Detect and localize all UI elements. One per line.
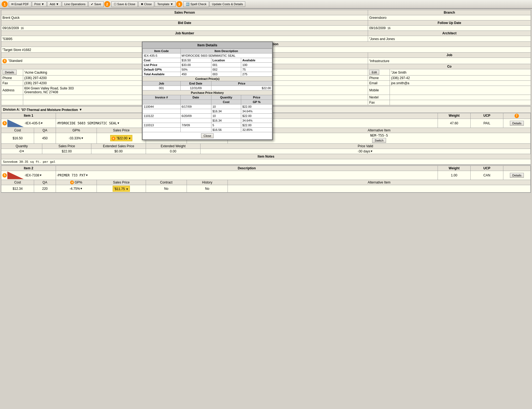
job-number-value[interactable]: r53895 bbox=[1, 36, 368, 42]
popup-ph-row2-qty: 10 bbox=[211, 114, 241, 118]
badge-3: 3 bbox=[176, 1, 182, 7]
email-label: Email bbox=[368, 80, 390, 86]
division-dropdown-icon[interactable]: ▼ bbox=[79, 108, 82, 112]
badge-2: 2 bbox=[104, 1, 110, 7]
contact-header: Co bbox=[368, 64, 531, 69]
popup-close-button[interactable]: Close bbox=[201, 133, 214, 138]
item1-price-valid[interactable]: r30 days ▼ bbox=[201, 149, 531, 154]
item2-cost: $12.34 bbox=[1, 185, 34, 192]
item2-section: Item 2 Description Weight UCP 5 rIEX-733… bbox=[1, 166, 531, 193]
popup-loc-002: 002 bbox=[211, 67, 241, 72]
gp-dropdown[interactable]: ▼ bbox=[81, 137, 83, 140]
popup-cp-price: $22.00 bbox=[211, 86, 272, 91]
popup-ph-row3-invoice: 110313 bbox=[143, 123, 181, 128]
qa-header: QA bbox=[34, 128, 56, 133]
item1-sales-price[interactable]: 6 r$22.00 ▼ bbox=[97, 133, 146, 143]
contact-nextel-value bbox=[390, 95, 531, 100]
contact-fax-value bbox=[390, 100, 531, 105]
item2-code-dropdown[interactable]: ▼ bbox=[39, 174, 42, 177]
mobile-label: Mobile bbox=[368, 86, 390, 95]
item2-weight-header: Weight bbox=[438, 166, 471, 171]
spell-check-button[interactable]: 🔤 Spell Check bbox=[183, 1, 209, 7]
save-button[interactable]: ✔ Save bbox=[88, 1, 103, 7]
qty-sales-price-header: Sales Price bbox=[42, 144, 91, 149]
badge-1: 1 bbox=[2, 1, 8, 7]
popup-total-avail-label: Total Available bbox=[143, 72, 181, 77]
item2-details-button[interactable]: Details bbox=[510, 173, 524, 178]
popup-table: Item Code Item Description IEX-435-5 MYD… bbox=[142, 49, 272, 140]
address-label: Address bbox=[1, 86, 23, 95]
popup-ph-row2-date-b bbox=[180, 118, 211, 123]
contact-edit-button[interactable]: Edit bbox=[369, 70, 379, 75]
popup-cost-label: Cost bbox=[143, 58, 181, 63]
popup-avail-002: 75 bbox=[241, 67, 272, 72]
price-valid-dropdown[interactable]: ▼ bbox=[370, 150, 373, 153]
item1-details-cell: Details bbox=[503, 119, 531, 128]
item1-gp[interactable]: r33.33% ▼ bbox=[56, 133, 97, 143]
item1-quantity[interactable]: r0 ▼ bbox=[1, 149, 42, 154]
popup-ph-row3-invoice-b bbox=[143, 128, 181, 132]
item1-code-cell[interactable]: 5 rIEX-435-5 ▼ bbox=[1, 119, 56, 128]
item2-price-dropdown[interactable]: ▼ bbox=[126, 188, 128, 191]
line-operations-button[interactable]: Line Operations bbox=[62, 1, 88, 7]
item-details-popup: Item Details Item Code Item Description … bbox=[142, 41, 273, 140]
sales-person-header: Sales Person bbox=[1, 10, 368, 15]
popup-list-price-value: $33.00 bbox=[180, 63, 211, 67]
bid-date-value[interactable]: 09/16/2009 16 bbox=[1, 26, 368, 31]
update-costs-button[interactable]: Update Costs & Details bbox=[210, 1, 246, 7]
popup-ph-row2-cost: $16.34 bbox=[211, 118, 241, 123]
popup-avail-003: 275 bbox=[241, 72, 272, 77]
edit-btn-cell: Edit bbox=[368, 69, 390, 75]
item2-sales-price[interactable]: r$11.75 ▼ bbox=[97, 185, 146, 192]
item1-code-dropdown[interactable]: ▼ bbox=[40, 122, 43, 125]
email-pdf-button[interactable]: ✉ Email PDF bbox=[9, 1, 31, 7]
save-close-button[interactable]: ☐ Save & Close bbox=[111, 1, 138, 7]
popup-ph-invoice-header2 bbox=[143, 100, 181, 104]
item2-qa-header: QA bbox=[34, 180, 56, 185]
contact-name-value[interactable]: rJoe Smith bbox=[390, 69, 531, 75]
popup-default-gp-label: Default GP% bbox=[143, 67, 181, 72]
item2-btn-header bbox=[503, 166, 531, 171]
item2-gp-dropdown[interactable]: ▼ bbox=[80, 187, 83, 190]
item1-details-button[interactable]: Details bbox=[510, 121, 524, 126]
print-button[interactable]: Print ▼ bbox=[32, 1, 47, 7]
item1-cost: $16.50 bbox=[1, 133, 34, 143]
ext-sales-price-header: Extended Sales Price bbox=[91, 144, 146, 149]
item1-desc-dropdown[interactable]: ▼ bbox=[117, 122, 120, 125]
job-type-value[interactable]: rInfrastructure bbox=[368, 58, 531, 64]
popup-item-code: IEX-435-5 bbox=[143, 53, 181, 58]
popup-ph-row1-date: 6/17/09 bbox=[180, 104, 211, 109]
popup-ph-price-header: Price bbox=[241, 95, 272, 100]
price-dropdown[interactable]: ▼ bbox=[128, 137, 131, 140]
item2-desc-cell[interactable]: rPRIMER 733 PXT ▼ bbox=[56, 171, 438, 180]
customer-details-button[interactable]: Details bbox=[2, 70, 17, 75]
sales-person-value: Brent Quick bbox=[1, 15, 368, 20]
architect-value[interactable]: rJones and Jones bbox=[368, 36, 531, 42]
item2-desc-dropdown[interactable]: ▼ bbox=[85, 174, 88, 177]
bid-date-header: Bid Date bbox=[1, 20, 368, 26]
division-name: r07-Thermal and Moisture Protection bbox=[21, 107, 78, 112]
follow-up-header: Follow Up Date bbox=[368, 20, 531, 26]
item1-qty-data-row: r0 ▼ $22.00 $0.00 0.00 r30 days ▼ bbox=[1, 149, 531, 154]
contact-phone-value: (336) 297-42 bbox=[390, 75, 531, 80]
item2-code-cell[interactable]: 5 rIEX-7338 ▼ bbox=[1, 171, 56, 180]
contact-email-value: joe.smith@a bbox=[390, 80, 531, 86]
item2-price-highlight: r$11.75 ▼ bbox=[113, 186, 130, 192]
item1-num-header: Item 1 bbox=[1, 113, 56, 119]
close-button[interactable]: ✖ Close bbox=[138, 1, 154, 7]
item1-qty-header-row: Quantity Sales Price Extended Sales Pric… bbox=[1, 144, 531, 149]
popup-ph-row3-qty: 5 bbox=[211, 123, 241, 128]
template-button[interactable]: Template ▼ bbox=[155, 1, 176, 7]
qty-dropdown[interactable]: ▼ bbox=[22, 150, 24, 153]
item1-notes-header: Item Notes bbox=[1, 154, 531, 159]
popup-ph-row1-price: $22.00 bbox=[241, 104, 272, 109]
item1-switch-button[interactable]: Switch bbox=[372, 138, 386, 143]
price-valid-header: Price Valid bbox=[201, 144, 531, 149]
item2-gp[interactable]: r4.75% ▼ bbox=[56, 185, 97, 192]
popup-ph-date-header: Date bbox=[180, 95, 211, 100]
ext-weight-header: Extended Weight bbox=[146, 144, 201, 149]
follow-up-value[interactable]: 09/16/2009 16 bbox=[368, 26, 531, 31]
popup-title: Item Details bbox=[142, 42, 272, 49]
popup-avail-001: 100 bbox=[241, 63, 272, 67]
add-button[interactable]: Add ▼ bbox=[47, 1, 61, 7]
